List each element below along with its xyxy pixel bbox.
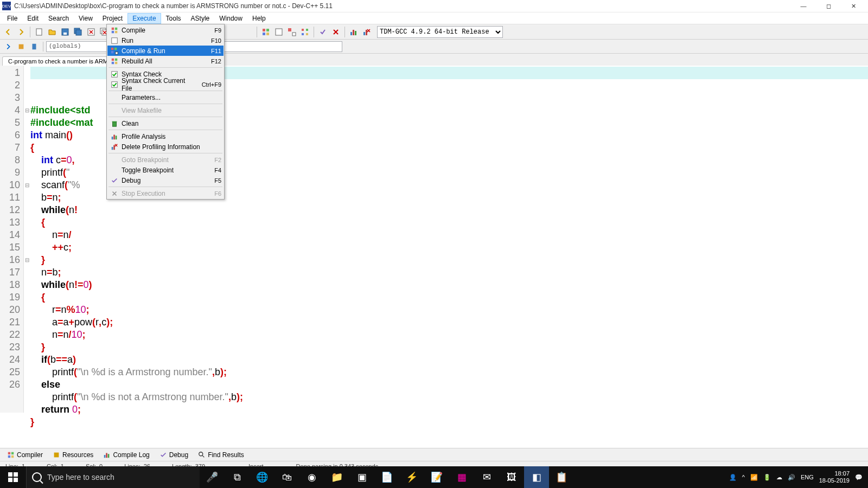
- menu-edit[interactable]: Edit: [22, 13, 43, 24]
- svg-rect-56: [11, 452, 14, 454]
- menu-label: View Makefile: [122, 107, 217, 114]
- editor-tab[interactable]: C-program to check a number is ARM: [2, 56, 114, 66]
- menu-item-run[interactable]: RunF10: [107, 35, 224, 46]
- svg-rect-38: [111, 47, 113, 49]
- goto-prev-icon[interactable]: [2, 41, 14, 53]
- menu-view[interactable]: View: [74, 13, 98, 24]
- menu-label: Clean: [122, 120, 217, 127]
- bottom-tab-find-results[interactable]: Find Results: [193, 449, 249, 461]
- edge-icon[interactable]: 🌐: [250, 466, 275, 488]
- chrome-icon[interactable]: ◉: [299, 466, 324, 488]
- menu-label: Toggle Breakpoint: [122, 166, 210, 174]
- svg-rect-65: [8, 472, 12, 477]
- profile-icon[interactable]: [348, 26, 360, 38]
- maximize-button[interactable]: ◻: [816, 0, 841, 12]
- task-view-icon[interactable]: ⧉: [225, 466, 250, 488]
- goto-next-icon[interactable]: [15, 41, 27, 53]
- app-icon-1[interactable]: ⚡: [399, 466, 424, 488]
- minimize-button[interactable]: —: [791, 0, 816, 12]
- menu-tools[interactable]: Tools: [161, 13, 186, 24]
- menu-item-compile-run[interactable]: Compile & RunF11: [107, 46, 224, 56]
- bottom-tab-resources[interactable]: Resources: [48, 449, 98, 461]
- close-file-icon[interactable]: [85, 26, 97, 38]
- app-icon-5[interactable]: 📋: [549, 466, 574, 488]
- svg-rect-31: [19, 44, 24, 49]
- menu-item-rebuild-all[interactable]: Rebuild AllF12: [107, 56, 224, 66]
- menu-item-toggle-breakpoint[interactable]: Toggle BreakpointF4: [107, 165, 224, 175]
- blank-icon: [110, 156, 119, 164]
- menu-shortcut: F6: [214, 190, 221, 197]
- battery-icon[interactable]: 🔋: [763, 474, 771, 481]
- open-file-icon[interactable]: [46, 26, 58, 38]
- rebuild-icon[interactable]: [299, 26, 311, 38]
- explorer-icon[interactable]: 📁: [324, 466, 349, 488]
- devcpp-icon[interactable]: ◧: [524, 466, 549, 488]
- svg-rect-35: [112, 30, 114, 33]
- back-icon[interactable]: [2, 26, 14, 38]
- blank-icon: [110, 166, 119, 175]
- svg-rect-49: [112, 121, 117, 122]
- start-button[interactable]: [0, 466, 26, 488]
- menu-item-clean[interactable]: Clean: [107, 118, 224, 129]
- menu-project[interactable]: Project: [98, 13, 127, 24]
- onedrive-icon[interactable]: ☁: [776, 474, 782, 481]
- svg-rect-17: [263, 33, 265, 35]
- menu-search[interactable]: Search: [43, 13, 74, 24]
- stop-icon[interactable]: [330, 26, 342, 38]
- compile-run-icon[interactable]: [286, 26, 298, 38]
- tray-up-icon[interactable]: ^: [742, 474, 745, 480]
- menu-item-debug[interactable]: DebugF5: [107, 175, 224, 185]
- menu-item-parameters-[interactable]: Parameters...: [107, 92, 224, 102]
- save-icon[interactable]: [59, 26, 71, 38]
- language-indicator[interactable]: ENG: [801, 474, 814, 480]
- svg-rect-24: [302, 33, 304, 35]
- taskbar-search[interactable]: Type here to search: [26, 466, 200, 488]
- menu-astyle[interactable]: AStyle: [186, 13, 215, 24]
- menu-item-delete-profiling-information[interactable]: Delete Profiling Information: [107, 142, 224, 152]
- save-all-icon[interactable]: [72, 26, 84, 38]
- system-tray[interactable]: 👤 ^ 📶 🔋 ☁ 🔊 ENG 18:07 18-05-2019 💬: [724, 470, 868, 484]
- app-icon-4[interactable]: 🖼: [499, 466, 524, 488]
- menu-item-syntax-check-current-file[interactable]: Syntax Check Current FileCtrl+F9: [107, 79, 224, 89]
- bookmark-icon[interactable]: [28, 41, 40, 53]
- delete-profile-icon[interactable]: [361, 26, 373, 38]
- svg-point-63: [199, 452, 203, 455]
- new-file-icon[interactable]: [33, 26, 45, 38]
- bottom-tab-compile-log[interactable]: Compile Log: [98, 449, 154, 461]
- compile-icon[interactable]: [260, 26, 272, 38]
- volume-icon[interactable]: 🔊: [788, 474, 795, 481]
- svg-rect-42: [112, 58, 114, 60]
- menu-help[interactable]: Help: [247, 13, 271, 24]
- svg-rect-45: [115, 61, 117, 63]
- menu-execute[interactable]: Execute: [127, 13, 161, 24]
- terminal-icon[interactable]: ▣: [349, 466, 374, 488]
- menu-item-compile[interactable]: CompileF9: [107, 25, 224, 35]
- svg-rect-36: [115, 30, 117, 33]
- people-icon[interactable]: 👤: [729, 474, 737, 481]
- menu-item-profile-analysis[interactable]: Profile Analysis: [107, 131, 224, 142]
- svg-rect-50: [112, 137, 113, 139]
- close-button[interactable]: ✕: [841, 0, 866, 12]
- forward-icon[interactable]: [15, 26, 27, 38]
- compiler-select[interactable]: TDM-GCC 4.9.2 64-bit Release: [377, 26, 503, 38]
- wifi-icon[interactable]: 📶: [750, 474, 758, 481]
- clock[interactable]: 18:07 18-05-2019: [819, 470, 850, 484]
- run-icon[interactable]: [273, 26, 285, 38]
- svg-rect-23: [306, 29, 308, 31]
- notifications-icon[interactable]: 💬: [855, 474, 863, 481]
- bottom-tab-compiler[interactable]: Compiler: [2, 449, 48, 461]
- store-icon[interactable]: 🛍: [275, 466, 299, 488]
- mic-icon[interactable]: 🎤: [200, 466, 225, 488]
- blank-icon: [110, 106, 119, 115]
- bottom-panel-tabs: CompilerResourcesCompile LogDebugFind Re…: [0, 448, 868, 461]
- debug-icon[interactable]: [317, 26, 329, 38]
- menu-file[interactable]: File: [2, 13, 22, 24]
- fold-column[interactable]: ⊟ ⊟ ⊟: [24, 66, 30, 413]
- bottom-tab-debug[interactable]: Debug: [155, 449, 193, 461]
- app-icon-2[interactable]: 📝: [424, 466, 449, 488]
- menu-window[interactable]: Window: [214, 13, 247, 24]
- menu-label: Debug: [122, 177, 210, 184]
- mail-icon[interactable]: ✉: [474, 466, 499, 488]
- notes-icon[interactable]: 📄: [374, 466, 399, 488]
- app-icon-3[interactable]: ▦: [449, 466, 474, 488]
